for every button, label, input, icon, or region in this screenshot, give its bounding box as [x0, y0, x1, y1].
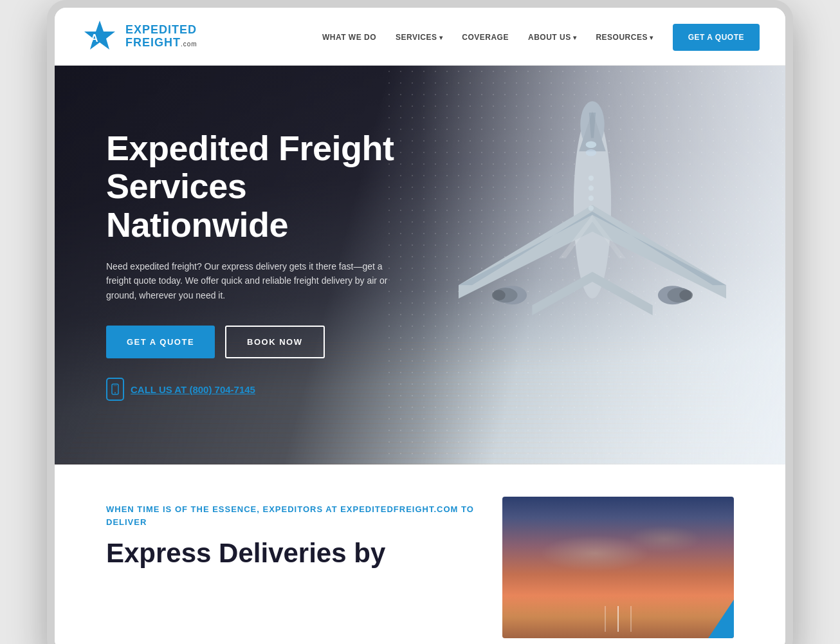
navbar: A EXPEDITED FREIGHT.com WHAT WE DO SERVI… — [55, 8, 785, 66]
svg-rect-26 — [113, 385, 117, 386]
svg-point-16 — [586, 149, 597, 156]
get-quote-button[interactable]: GET A QUOTE — [106, 326, 215, 358]
hero-title: Expedited Freight Services Nationwide — [106, 129, 415, 244]
airplane-svg — [425, 98, 760, 405]
svg-point-19 — [589, 196, 594, 201]
nav-item-resources[interactable]: RESOURCES — [596, 31, 653, 42]
svg-point-11 — [492, 290, 506, 300]
road-lines — [502, 596, 734, 638]
nav-link-resources[interactable]: RESOURCES — [596, 33, 653, 42]
nav-item-what-we-do[interactable]: WHAT WE DO — [322, 31, 376, 42]
logo-expedited: EXPEDITED — [125, 24, 197, 37]
svg-text:A: A — [91, 33, 98, 44]
nav-cta-item[interactable]: GET A QUOTE — [673, 31, 760, 42]
nav-item-about-us[interactable]: ABOUT US — [528, 31, 576, 42]
svg-point-25 — [114, 392, 116, 394]
svg-point-18 — [589, 185, 594, 190]
logo-text: EXPEDITED FREIGHT.com — [125, 24, 197, 50]
book-now-button[interactable]: BOOK NOW — [225, 326, 324, 358]
nav-item-coverage[interactable]: COVERAGE — [462, 31, 509, 42]
logo[interactable]: A EXPEDITED FREIGHT.com — [80, 17, 197, 56]
nav-get-quote-button[interactable]: GET A QUOTE — [673, 24, 760, 51]
hero-airplane — [425, 98, 760, 407]
svg-point-17 — [589, 176, 594, 181]
below-hero-content: WHEN TIME IS OF THE ESSENCE, EXPEDITORS … — [106, 497, 477, 638]
hero-section: Expedited Freight Services Nationwide Ne… — [55, 66, 785, 465]
svg-marker-0 — [84, 21, 115, 50]
nav-link-coverage[interactable]: COVERAGE — [462, 33, 509, 42]
hero-content: Expedited Freight Services Nationwide Ne… — [55, 129, 415, 401]
nav-links: WHAT WE DO SERVICES COVERAGE ABOUT US RE… — [322, 31, 760, 42]
below-hero-section: WHEN TIME IS OF THE ESSENCE, EXPEDITORS … — [55, 465, 785, 644]
phone-number-text[interactable]: CALL US AT (800) 704-7145 — [131, 384, 255, 395]
svg-point-14 — [679, 290, 693, 300]
below-hero-tagline: WHEN TIME IS OF THE ESSENCE, EXPEDITORS … — [106, 503, 477, 528]
nav-item-services[interactable]: SERVICES — [396, 31, 443, 42]
below-hero-image — [502, 497, 734, 638]
phone-icon — [106, 378, 124, 401]
phone-cta[interactable]: CALL US AT (800) 704-7145 — [106, 378, 415, 401]
phone-svg-icon — [111, 383, 120, 395]
nav-link-services[interactable]: SERVICES — [396, 33, 443, 42]
nav-link-what-we-do[interactable]: WHAT WE DO — [322, 33, 376, 42]
below-hero-title: Express Deliveries by — [106, 538, 477, 568]
svg-point-15 — [586, 142, 597, 148]
hero-subtitle: Need expedited freight? Our express deli… — [106, 259, 389, 302]
logo-star-icon: A — [80, 17, 119, 56]
device-frame: A EXPEDITED FREIGHT.com WHAT WE DO SERVI… — [47, 0, 793, 644]
blue-triangle-accent — [708, 600, 734, 638]
svg-point-20 — [589, 205, 594, 210]
nav-link-about-us[interactable]: ABOUT US — [528, 33, 576, 42]
logo-freight: FREIGHT.com — [125, 37, 197, 50]
sunset-background — [502, 497, 734, 638]
hero-buttons: GET A QUOTE BOOK NOW — [106, 326, 415, 358]
